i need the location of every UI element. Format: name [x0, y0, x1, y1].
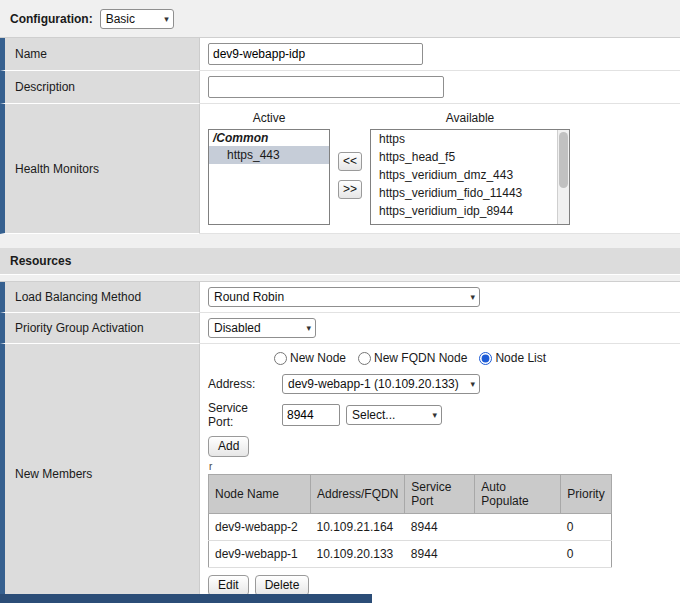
service-port-label: Service Port:: [208, 401, 276, 429]
configuration-label: Configuration:: [10, 12, 93, 26]
active-column: Active /Common https_443: [208, 108, 330, 225]
load-balancing-select-wrap: Round Robin ▾: [208, 287, 480, 307]
new-members-editor: New Node New FQDN Node Node List Address…: [208, 348, 672, 596]
table-row[interactable]: dev9-webapp-1 10.109.20.133 8944 0: [209, 541, 612, 568]
available-column: Available https https_head_f5 https_veri…: [370, 108, 570, 225]
delete-member-button[interactable]: Delete: [255, 575, 310, 596]
move-to-active-button[interactable]: <<: [338, 152, 362, 171]
new-fqdn-node-radio[interactable]: [358, 352, 371, 365]
priority-group-select-wrap: Disabled ▾: [208, 318, 316, 338]
description-label: Description: [15, 80, 75, 94]
radio-new-fqdn-node[interactable]: New FQDN Node: [358, 351, 467, 365]
available-monitors-listbox[interactable]: https https_head_f5 https_veridium_dmz_4…: [370, 129, 570, 225]
active-title: Active: [208, 111, 330, 125]
active-monitors-listbox[interactable]: /Common https_443: [208, 129, 330, 225]
priority-group-select[interactable]: Disabled: [208, 318, 316, 338]
description-input[interactable]: [208, 76, 444, 98]
member-priority: 0: [561, 541, 611, 568]
col-header-address-fqdn: Address/FQDN: [311, 475, 405, 514]
node-list-radio-label: Node List: [495, 351, 546, 365]
configuration-select-wrap: Basic ▾: [100, 9, 174, 29]
member-address: 10.109.21.164: [311, 514, 405, 541]
available-monitor-item[interactable]: https: [371, 130, 569, 148]
configuration-bar: Configuration: Basic ▾: [0, 0, 680, 37]
resources-section-title: Resources: [10, 254, 71, 268]
pool-configuration-page: { "configuration": { "label": "Configura…: [0, 0, 680, 603]
available-monitor-item[interactable]: https_head_f5: [371, 148, 569, 166]
members-header-row: Node Name Address/FQDN Service Port Auto…: [209, 475, 612, 514]
health-monitors-picker: Active /Common https_443 << >> Available…: [208, 108, 570, 225]
port-select-wrap: Select... ▾: [346, 405, 442, 425]
member-auto-populate: [475, 514, 561, 541]
member-actions: Edit Delete: [208, 575, 672, 596]
radio-new-node[interactable]: New Node: [274, 351, 346, 365]
load-balancing-label-cell: Load Balancing Method: [0, 282, 200, 313]
member-priority: 0: [561, 514, 611, 541]
health-monitors-label-cell: Health Monitors: [0, 104, 200, 234]
address-label: Address:: [208, 377, 276, 391]
description-value-cell: [200, 71, 680, 104]
new-members-label-cell: New Members: [0, 344, 200, 603]
new-node-radio-label: New Node: [290, 351, 346, 365]
general-properties-table: Name Description Health Monitors Active …: [0, 37, 680, 234]
new-members-value-cell: New Node New FQDN Node Node List Address…: [200, 344, 680, 603]
name-row: Name: [0, 38, 680, 71]
new-members-label: New Members: [15, 467, 92, 481]
load-balancing-select[interactable]: Round Robin: [208, 287, 480, 307]
new-members-row: New Members New Node New FQDN Node Node …: [0, 344, 680, 603]
name-label-cell: Name: [0, 38, 200, 71]
member-node-name: dev9-webapp-1: [209, 541, 311, 568]
radio-node-list[interactable]: Node List: [479, 351, 546, 365]
priority-group-value-cell: Disabled ▾: [200, 313, 680, 344]
new-node-radio[interactable]: [274, 352, 287, 365]
move-buttons: << >>: [338, 152, 362, 199]
description-label-cell: Description: [0, 71, 200, 104]
health-monitors-row: Health Monitors Active /Common https_443…: [0, 104, 680, 234]
available-monitor-item[interactable]: https_veridium_fido_11443: [371, 184, 569, 202]
priority-group-row: Priority Group Activation Disabled ▾: [0, 313, 680, 344]
member-port: 8944: [405, 514, 475, 541]
new-fqdn-node-radio-label: New FQDN Node: [374, 351, 467, 365]
col-header-service-port: Service Port: [405, 475, 475, 514]
health-monitors-label: Health Monitors: [15, 162, 99, 176]
load-balancing-value-cell: Round Robin ▾: [200, 282, 680, 313]
node-list-radio[interactable]: [479, 352, 492, 365]
address-select-wrap: dev9-webapp-1 (10.109.20.133) ▾: [282, 374, 480, 394]
scrollbar-thumb[interactable]: [559, 132, 568, 188]
member-auto-populate: [475, 541, 561, 568]
available-monitor-item[interactable]: https_veridium_dmz_443: [371, 166, 569, 184]
edit-member-button[interactable]: Edit: [208, 575, 249, 596]
member-type-radios: New Node New FQDN Node Node List: [274, 351, 672, 365]
load-balancing-row: Load Balancing Method Round Robin ▾: [0, 282, 680, 313]
load-balancing-label: Load Balancing Method: [15, 290, 141, 304]
scrollbar[interactable]: [557, 130, 569, 224]
active-monitor-item[interactable]: https_443: [209, 146, 329, 164]
bottom-accent-bar: [0, 594, 372, 603]
members-table: Node Name Address/FQDN Service Port Auto…: [208, 474, 612, 568]
col-header-node-name: Node Name: [209, 475, 311, 514]
move-to-available-button[interactable]: >>: [338, 180, 362, 199]
member-address: 10.109.20.133: [311, 541, 405, 568]
stray-text: r: [209, 462, 672, 472]
name-label: Name: [15, 47, 47, 61]
name-input[interactable]: [208, 43, 423, 65]
name-value-cell: [200, 38, 680, 71]
table-row[interactable]: dev9-webapp-2 10.109.21.164 8944 0: [209, 514, 612, 541]
configuration-select[interactable]: Basic: [100, 9, 174, 29]
resources-section-header: Resources: [0, 248, 680, 275]
description-row: Description: [0, 71, 680, 104]
partition-group-label: /Common: [209, 130, 329, 146]
service-port-input[interactable]: [282, 404, 340, 426]
available-title: Available: [370, 111, 570, 125]
service-port-line: Service Port: Select... ▾: [208, 401, 672, 429]
col-header-auto-populate: Auto Populate: [475, 475, 561, 514]
address-select[interactable]: dev9-webapp-1 (10.109.20.133): [282, 374, 480, 394]
available-monitor-item[interactable]: https_veridium_idp_8944: [371, 202, 569, 220]
address-line: Address: dev9-webapp-1 (10.109.20.133) ▾: [208, 374, 672, 394]
priority-group-label: Priority Group Activation: [15, 321, 144, 335]
col-header-priority: Priority: [561, 475, 611, 514]
port-select[interactable]: Select...: [346, 405, 442, 425]
add-member-button[interactable]: Add: [208, 436, 249, 457]
member-node-name: dev9-webapp-2: [209, 514, 311, 541]
priority-group-label-cell: Priority Group Activation: [0, 313, 200, 344]
